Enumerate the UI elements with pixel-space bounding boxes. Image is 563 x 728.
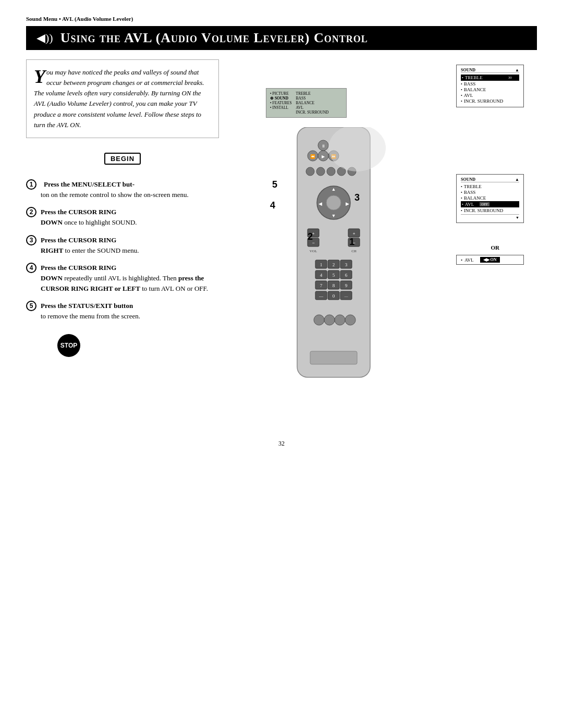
svg-point-56	[335, 315, 345, 325]
osd2-balance: •BALANCE	[461, 195, 519, 201]
step-overlay-4: 4	[270, 200, 275, 211]
step-3-body: RIGHT to enter the SOUND menu.	[41, 245, 219, 256]
step-1-header: Press the MENU/SELECT but-	[44, 179, 134, 190]
osd1-balance: •BALANCE	[461, 87, 519, 92]
menu-bass: BASS	[296, 96, 329, 101]
svg-text:▶: ▶	[346, 201, 349, 206]
svg-text:—: —	[344, 294, 349, 299]
step-3-number: 3	[26, 235, 36, 245]
remote-menu-display: • PICTURE ⊕ SOUND • FEATURES • INSTALL T…	[266, 88, 347, 118]
osd1-treble: • TREBLE 30	[461, 75, 519, 81]
osd1-surround: •INCR. SURROUND	[461, 98, 519, 104]
svg-point-11	[327, 167, 335, 176]
menu-treble: TREBLE	[296, 91, 329, 96]
step-overlay-2: 2	[308, 231, 313, 242]
title-bar: ◀)) Using the AVL (Audio Volume Leveler)…	[26, 26, 537, 50]
menu-balance: BALANCE	[296, 101, 329, 105]
menu-right-col: TREBLE BASS BALANCE AVL INCR. SURROUND	[296, 91, 329, 115]
left-column: Y ou may have noticed the peaks and vall…	[26, 59, 219, 424]
step-2-header: Press the CURSOR RING	[41, 207, 116, 217]
svg-point-9	[306, 167, 314, 176]
osd3-avl-value: ◀▶ ON	[480, 257, 500, 263]
osd-panel-1: SOUND ▲ • TREBLE 30 •BASS •BALANCE •AVL …	[456, 65, 527, 107]
svg-text:⏪: ⏪	[310, 154, 315, 159]
svg-text:4: 4	[320, 273, 323, 278]
step-2-number: 2	[26, 207, 36, 217]
page-title: Using the AVL (Audio Volume Leveler) Con…	[60, 30, 368, 46]
svg-text:VOL: VOL	[310, 249, 317, 253]
osd2-avl: • AVL OFF	[461, 201, 519, 207]
menu-picture: • PICTURE	[270, 91, 292, 96]
step-overlay-5: 5	[272, 179, 277, 190]
svg-rect-58	[310, 351, 357, 364]
step-overlay-1: 1	[349, 237, 354, 248]
remote-control: ⏸ ⏪ ▶ ⏩ ▲ ▼ ◀ ▶	[282, 127, 386, 421]
osd2-avl-value: OFF	[480, 202, 489, 206]
step-2-body: DOWN once to highlight SOUND.	[41, 217, 219, 228]
svg-text:+: +	[352, 231, 355, 236]
step-overlay-3: 3	[354, 192, 360, 203]
step-3-header: Press the CURSOR RING	[41, 235, 116, 245]
step-1: 1 Press the MENU/SELECT but- ton on the …	[26, 179, 219, 200]
svg-text:—: —	[319, 294, 324, 299]
menu-avl: AVL	[296, 105, 329, 110]
svg-point-55	[324, 315, 335, 325]
begin-badge: BEGIN	[104, 153, 141, 165]
osd2-treble: •TREBLE	[461, 184, 519, 189]
osd1-bass: •BASS	[461, 81, 519, 87]
svg-text:2: 2	[333, 262, 335, 267]
svg-point-57	[345, 315, 356, 325]
svg-text:▼: ▼	[332, 213, 336, 218]
step-2: 2 Press the CURSOR RING DOWN once to hig…	[26, 207, 219, 228]
page-number: 32	[26, 440, 537, 448]
drop-cap: Y	[34, 67, 45, 86]
svg-text:6: 6	[345, 273, 348, 278]
osd2-surround: •INCR. SURROUND	[461, 208, 519, 213]
svg-text:8: 8	[333, 283, 335, 288]
svg-text:◀: ◀	[319, 201, 322, 206]
osd3-avl-label: AVL	[464, 257, 473, 263]
svg-text:9: 9	[345, 283, 348, 288]
svg-point-10	[316, 167, 325, 176]
svg-text:7: 7	[320, 283, 323, 288]
svg-text:CH: CH	[351, 249, 357, 253]
step-4-header: Press the CURSOR RING	[41, 263, 116, 273]
osd1-title: SOUND	[461, 68, 475, 72]
svg-text:3: 3	[345, 262, 348, 267]
speaker-icon: ◀))	[36, 31, 53, 45]
svg-point-54	[314, 315, 324, 325]
osd1-avl: •AVL	[461, 93, 519, 98]
menu-sound: ⊕ SOUND	[270, 96, 292, 101]
menu-left-col: • PICTURE ⊕ SOUND • FEATURES • INSTALL	[270, 91, 292, 115]
osd-panel-3: • AVL ◀▶ ON	[456, 255, 527, 265]
intro-body: ou may have noticed the peaks and valley…	[34, 68, 204, 129]
svg-point-15	[326, 195, 341, 210]
menu-install: • INSTALL	[270, 105, 292, 110]
main-content: Y ou may have noticed the peaks and vall…	[26, 59, 537, 424]
step-1-body: ton on the remote control to show the on…	[41, 190, 219, 200]
step-4: 4 Press the CURSOR RING DOWN repeatedly …	[26, 263, 219, 293]
svg-text:⏸: ⏸	[321, 144, 325, 149]
step-4-body: DOWN repeatedly until AVL is highlighted…	[41, 273, 219, 293]
osd-panel-2: SOUND ▲ •TREBLE •BASS •BALANCE • AVL OFF…	[456, 174, 527, 223]
menu-surround: INCR. SURROUND	[296, 110, 329, 115]
step-4-number: 4	[26, 263, 36, 273]
step-3: 3 Press the CURSOR RING RIGHT to enter t…	[26, 235, 219, 256]
intro-text-box: Y ou may have noticed the peaks and vall…	[26, 59, 219, 138]
or-label: OR	[491, 244, 500, 251]
step-5: 5 Press the STATUS/EXIT button to remove…	[26, 301, 219, 322]
step-5-body: to remove the menu from the screen.	[41, 311, 219, 322]
svg-text:1: 1	[320, 262, 323, 267]
svg-text:▶: ▶	[322, 154, 325, 159]
page-header: Sound Menu • AVL (Audio Volume Leveler)	[26, 16, 537, 22]
right-section: SOUND ▲ • TREBLE 30 •BASS •BALANCE •AVL …	[235, 59, 537, 424]
svg-text:▲: ▲	[332, 187, 336, 192]
svg-text:0: 0	[333, 293, 335, 299]
step-5-header: Press the STATUS/EXIT button	[41, 301, 133, 311]
svg-text:5: 5	[333, 273, 335, 278]
osd2-bass: •BASS	[461, 190, 519, 195]
stop-badge: STOP	[57, 334, 80, 357]
osd2-title: SOUND	[461, 177, 475, 182]
menu-features: • FEATURES	[270, 101, 292, 105]
step-1-number: 1	[26, 179, 36, 190]
